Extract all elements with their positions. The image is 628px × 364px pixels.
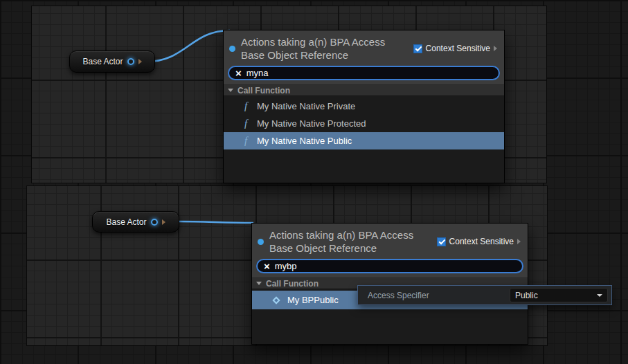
category-label: Call Function	[266, 279, 319, 289]
access-specifier-dropdown[interactable]: Public	[510, 288, 608, 302]
search-input[interactable]	[246, 68, 492, 78]
context-sensitive-checkbox[interactable]	[413, 44, 422, 53]
menu-item-my-native-native-private[interactable]: f My Native Native Private	[224, 98, 504, 115]
object-reference-pin-icon[interactable]	[127, 58, 134, 65]
category-label: Call Function	[237, 86, 290, 95]
search-box[interactable]: ×	[228, 66, 500, 80]
search-input[interactable]	[275, 261, 516, 271]
search-box[interactable]: ×	[256, 259, 523, 273]
action-list: f My Native Native Private f My Native N…	[224, 96, 504, 183]
clear-search-icon[interactable]: ×	[235, 68, 242, 78]
dropdown-selected-value: Public	[515, 291, 538, 300]
menu-item-label: My BPPublic	[287, 295, 339, 305]
title-line-1: Actions taking a(n) BPA Access	[269, 228, 431, 242]
access-specifier-tooltip: Access Specifier Public	[357, 285, 612, 305]
submenu-arrow-icon[interactable]	[494, 46, 497, 51]
blueprint-function-icon	[272, 296, 280, 304]
node-base-actor-top[interactable]: Base Actor	[69, 51, 155, 73]
pin-arrow-icon	[138, 59, 142, 64]
node-title: Base Actor	[82, 57, 123, 66]
context-menu-header: Actions taking a(n) BPA Access Base Obje…	[224, 30, 504, 64]
object-reference-pin-icon[interactable]	[151, 219, 158, 226]
pin-type-dot-icon	[258, 239, 264, 245]
menu-item-my-native-native-protected[interactable]: f My Native Native Protected	[224, 115, 504, 132]
menu-item-label: My Native Native Public	[257, 136, 352, 146]
access-specifier-label: Access Specifier	[358, 291, 429, 300]
chevron-down-icon	[597, 294, 602, 297]
context-menu-title: Actions taking a(n) BPA Access Base Obje…	[241, 35, 408, 62]
context-menu-top: Actions taking a(n) BPA Access Base Obje…	[223, 30, 505, 183]
pin-type-dot-icon	[229, 46, 235, 52]
title-line-2: Base Object Reference	[269, 242, 431, 255]
function-icon: f	[244, 136, 251, 146]
context-sensitive-toggle[interactable]: Context Sensitive	[413, 44, 499, 53]
node-base-actor-bottom[interactable]: Base Actor	[92, 211, 179, 233]
function-icon: f	[244, 118, 251, 129]
menu-item-my-native-native-public[interactable]: f My Native Native Public	[224, 132, 504, 149]
pin-arrow-icon	[162, 219, 165, 225]
search-row: ×	[252, 257, 528, 277]
context-menu-bottom: Actions taking a(n) BPA Access Base Obje…	[251, 223, 528, 345]
collapse-triangle-icon[interactable]	[228, 89, 233, 92]
title-line-2: Base Object Reference	[241, 48, 408, 62]
menu-item-label: My Native Native Protected	[257, 118, 366, 129]
category-call-function[interactable]: Call Function	[224, 84, 504, 96]
title-line-1: Actions taking a(n) BPA Access	[241, 35, 408, 48]
node-title: Base Actor	[106, 217, 146, 227]
function-icon: f	[244, 101, 251, 111]
context-sensitive-label: Context Sensitive	[426, 44, 490, 53]
collapse-triangle-icon[interactable]	[256, 282, 262, 285]
context-sensitive-toggle[interactable]: Context Sensitive	[437, 237, 522, 246]
menu-item-label: My Native Native Private	[257, 101, 355, 111]
context-sensitive-label: Context Sensitive	[449, 237, 514, 246]
search-row: ×	[224, 64, 504, 84]
clear-search-icon[interactable]: ×	[264, 261, 270, 271]
context-menu-title: Actions taking a(n) BPA Access Base Obje…	[269, 228, 431, 255]
context-sensitive-checkbox[interactable]	[437, 237, 446, 246]
context-menu-header: Actions taking a(n) BPA Access Base Obje…	[252, 224, 528, 257]
submenu-arrow-icon[interactable]	[517, 239, 521, 244]
